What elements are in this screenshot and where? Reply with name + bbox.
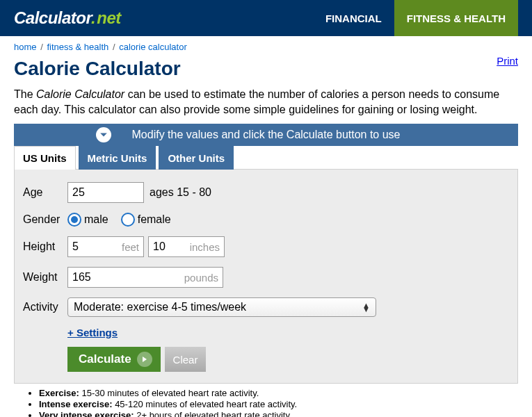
gender-female-radio[interactable]: [121, 213, 135, 227]
play-icon: [137, 352, 152, 367]
chevron-down-icon[interactable]: [96, 127, 111, 142]
age-input[interactable]: [67, 182, 144, 203]
form-panel: Age ages 15 - 80 Gender male female Heig…: [14, 169, 518, 384]
height-label: Height: [23, 240, 67, 253]
gender-female-label[interactable]: female: [138, 213, 171, 226]
gender-male-radio[interactable]: [67, 213, 81, 227]
calculate-label: Calculate: [79, 352, 131, 366]
age-label: Age: [23, 186, 67, 199]
age-hint: ages 15 - 80: [150, 186, 211, 199]
weight-field[interactable]: [72, 271, 156, 284]
tab-other-units[interactable]: Other Units: [159, 146, 234, 170]
note-item: Very intense exercise: 2+ hours of eleva…: [39, 410, 518, 417]
activity-select[interactable]: Moderate: exercise 4-5 times/week ▲▼: [67, 297, 376, 317]
calculate-button[interactable]: Calculate: [67, 347, 161, 372]
print-link[interactable]: Print: [497, 55, 518, 87]
top-header: Calculator.net FINANCIAL FITNESS & HEALT…: [0, 0, 532, 36]
activity-label: Activity: [23, 301, 67, 313]
height-inches-field[interactable]: [153, 240, 181, 253]
height-feet-field[interactable]: [72, 240, 100, 253]
height-feet-unit: feet: [122, 241, 139, 253]
height-inches-unit: inches: [190, 241, 220, 253]
instruction-banner: Modify the values and click the Calculat…: [14, 124, 518, 146]
breadcrumb: home / fitness & health / calorie calcul…: [14, 42, 518, 52]
height-inches-input[interactable]: inches: [148, 236, 225, 257]
activity-value: Moderate: exercise 4-5 times/week: [74, 301, 246, 313]
breadcrumb-current[interactable]: calorie calculator: [119, 42, 187, 52]
clear-button[interactable]: Clear: [165, 347, 207, 372]
settings-link[interactable]: + Settings: [67, 327, 118, 338]
weight-input[interactable]: pounds: [67, 267, 223, 288]
weight-unit: pounds: [184, 272, 218, 284]
nav-financial[interactable]: FINANCIAL: [313, 0, 394, 36]
logo-dot: .: [91, 8, 95, 27]
weight-label: Weight: [23, 271, 67, 284]
note-item: Exercise: 15-30 minutes of elevated hear…: [39, 388, 518, 398]
breadcrumb-home[interactable]: home: [14, 42, 37, 52]
nav-fitness-health[interactable]: FITNESS & HEALTH: [394, 0, 518, 36]
intro-text: The Calorie Calculator can be used to es…: [14, 87, 518, 117]
select-chevron-icon: ▲▼: [362, 303, 370, 311]
logo-main: Calculator: [14, 8, 91, 27]
note-item: Intense exercise: 45-120 minutes of elev…: [39, 399, 518, 409]
logo-net: net: [97, 8, 121, 27]
age-field[interactable]: [72, 186, 139, 199]
unit-tabs: US Units Metric Units Other Units: [14, 146, 518, 170]
tab-us-units[interactable]: US Units: [14, 146, 76, 170]
gender-label: Gender: [23, 213, 67, 226]
page-title: Calorie Calculator: [14, 58, 497, 80]
site-logo[interactable]: Calculator.net: [14, 8, 121, 28]
top-nav: FINANCIAL FITNESS & HEALTH: [313, 0, 518, 36]
height-feet-input[interactable]: feet: [67, 236, 144, 257]
gender-male-label[interactable]: male: [84, 213, 108, 226]
tab-metric-units[interactable]: Metric Units: [79, 146, 156, 170]
breadcrumb-fitness[interactable]: fitness & health: [47, 42, 108, 52]
notes-list: Exercise: 15-30 minutes of elevated hear…: [39, 388, 518, 417]
